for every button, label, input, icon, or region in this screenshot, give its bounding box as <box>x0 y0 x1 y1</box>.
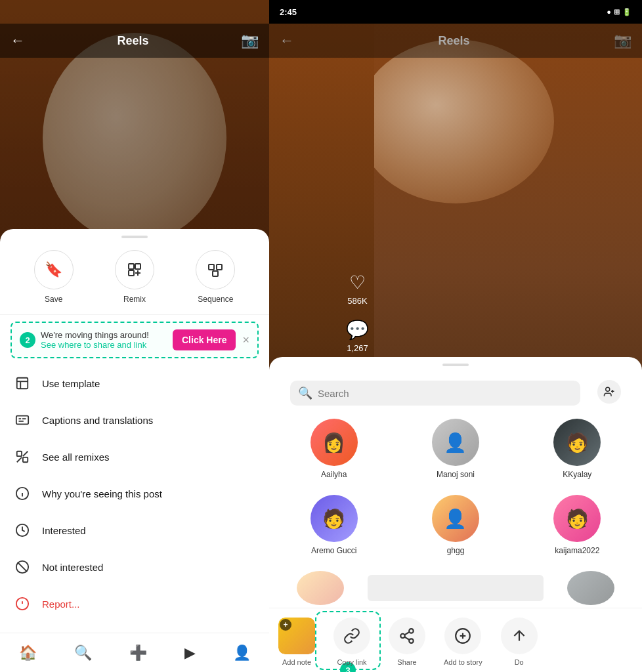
svg-rect-14 <box>23 457 28 462</box>
svg-point-35 <box>409 639 414 643</box>
copy-link-action[interactable]: Copy link <box>324 614 379 670</box>
status-bar-right: 2:45 ● ⊞ 🔋 <box>269 0 642 24</box>
reels-nav[interactable]: ▶ <box>184 644 196 662</box>
comment-count: 1,267 <box>347 343 368 353</box>
svg-rect-6 <box>17 378 28 389</box>
copy-link-icon <box>333 618 370 654</box>
share-icon <box>389 618 425 654</box>
add-icon: + <box>280 619 291 631</box>
svg-rect-3 <box>209 264 214 270</box>
contact-aailyha[interactable]: 👩 Aailyha <box>274 412 393 486</box>
report-item[interactable]: Report... <box>0 585 269 622</box>
not-interested-label: Not interested <box>42 562 103 573</box>
share-action-item[interactable]: Share <box>379 614 435 670</box>
svg-point-34 <box>400 634 405 639</box>
svg-rect-5 <box>213 271 218 276</box>
not-interested-icon <box>13 558 32 576</box>
left-panel: 2:45 ● ⊞ 🔋 ← Reels 📷 🔖 Save <box>0 0 269 672</box>
partial-text <box>368 575 544 601</box>
partial-avatar-1 <box>297 571 344 605</box>
bottom-nav: 🏠 🔍 ➕ ▶ 👤 <box>0 633 269 672</box>
sequence-label: Sequence <box>198 295 233 304</box>
search-nav[interactable]: 🔍 <box>74 644 92 662</box>
captions-icon <box>13 411 32 429</box>
contact-aremo[interactable]: 🧑 Aremo Gucci <box>274 488 393 562</box>
svg-rect-1 <box>135 264 140 269</box>
profile-nav[interactable]: 👤 <box>233 644 251 662</box>
banner-line2: See where to share and link <box>41 340 149 350</box>
do-action[interactable]: Do <box>492 614 547 670</box>
remix-label: Remix <box>123 295 146 304</box>
contact-manoj[interactable]: 👤 Manoj soni <box>396 412 515 486</box>
svg-rect-4 <box>217 264 222 270</box>
report-icon <box>13 595 32 613</box>
heart-icon: ♡ <box>349 272 366 293</box>
do-label: Do <box>515 658 524 666</box>
why-seeing-item[interactable]: Why you're seeing this post <box>0 475 269 512</box>
see-all-remixes-item[interactable]: See all remixes <box>0 438 269 475</box>
camera-icon-left[interactable]: 📷 <box>241 32 259 49</box>
interested-icon <box>13 521 32 539</box>
home-nav[interactable]: 🏠 <box>19 644 37 662</box>
nav-title-left: Reels <box>117 34 148 48</box>
share-actions-row: + Add note Copy link <box>269 614 642 670</box>
report-label: Report... <box>42 598 80 610</box>
sequence-action[interactable]: Sequence <box>196 250 235 304</box>
banner-line1: We're moving things around! <box>41 330 149 340</box>
share-label: Share <box>397 658 416 666</box>
moving-banner: 2 We're moving things around! See where … <box>11 322 259 358</box>
svg-rect-13 <box>17 452 22 456</box>
why-seeing-label: Why you're seeing this post <box>42 488 162 499</box>
time-right: 2:45 <box>280 7 297 17</box>
add-note-label: Add note <box>282 658 311 666</box>
camera-icon-right[interactable]: 📷 <box>614 32 631 49</box>
avatar-aremo: 🧑 <box>310 495 358 542</box>
captions-item[interactable]: Captions and translations <box>0 402 269 438</box>
avatar-kaijama: 🧑 <box>553 495 601 542</box>
sheet-top-actions: 🔖 Save Remix <box>0 243 269 315</box>
step-2-badge: 2 <box>20 332 35 348</box>
see-all-remixes-label: See all remixes <box>42 452 110 463</box>
use-template-item[interactable]: Use template <box>0 365 269 402</box>
svg-line-20 <box>18 562 27 572</box>
captions-label: Captions and translations <box>42 415 153 426</box>
contact-ghgg[interactable]: 👤 ghgg <box>396 488 515 562</box>
svg-line-37 <box>404 632 409 635</box>
avatar-kkyalay: 🧑 <box>553 419 601 466</box>
contact-name-aremo: Aremo Gucci <box>311 546 356 555</box>
contact-kaijama[interactable]: 🧑 kaijama2022 <box>518 488 637 562</box>
avatar-aailyha: 👩 <box>310 419 358 466</box>
contact-kkyalay[interactable]: 🧑 KKyalay <box>518 412 637 486</box>
back-button-left[interactable]: ← <box>11 32 25 49</box>
info-icon <box>13 484 32 503</box>
back-button-right[interactable]: ← <box>280 32 294 49</box>
search-bar[interactable]: 🔍 <box>290 381 580 406</box>
add-person-button[interactable] <box>597 380 621 404</box>
save-action[interactable]: 🔖 Save <box>34 250 74 304</box>
do-icon <box>501 618 538 654</box>
nav-bar-left: ← Reels 📷 <box>0 24 269 58</box>
use-template-label: Use template <box>42 378 100 389</box>
add-to-story-action[interactable]: Add to story <box>435 614 492 670</box>
remix-action[interactable]: Remix <box>115 250 154 304</box>
banner-close-icon[interactable]: × <box>242 333 249 347</box>
share-sheet: 🔍 👩 Aailyha 👤 <box>269 357 642 672</box>
like-count: 586K <box>347 296 367 306</box>
not-interested-item[interactable]: Not interested <box>0 549 269 585</box>
copy-link-label: Copy link <box>337 658 366 666</box>
svg-rect-2 <box>129 270 134 276</box>
banner-click-here-button[interactable]: Click Here <box>173 329 236 350</box>
create-nav[interactable]: ➕ <box>129 644 147 662</box>
contact-name-manoj: Manoj soni <box>437 470 475 479</box>
comment-action[interactable]: 💬 1,267 <box>346 319 369 353</box>
interested-item[interactable]: Interested <box>0 512 269 549</box>
nav-bar-right: ← Reels 📷 <box>269 24 642 58</box>
search-input[interactable] <box>318 388 572 399</box>
sheet-handle <box>121 236 148 238</box>
like-action[interactable]: ♡ 586K <box>347 272 367 306</box>
save-label: Save <box>45 295 62 304</box>
search-icon: 🔍 <box>298 386 312 400</box>
interested-label: Interested <box>42 525 86 536</box>
add-to-story-label: Add to story <box>444 658 482 666</box>
save-icon: 🔖 <box>34 250 74 289</box>
